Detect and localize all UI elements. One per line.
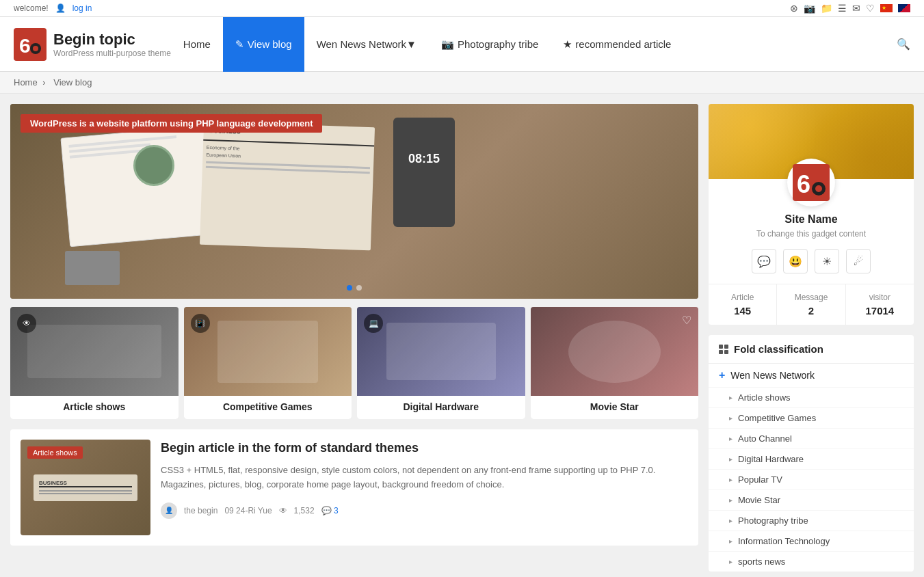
social-icons: 💬 😃 ☀ ☄	[709, 249, 914, 273]
fold-header: Fold classification	[709, 335, 914, 364]
welcome-text: welcome!	[14, 3, 49, 13]
fold-item-label-2: Competitive Games	[738, 413, 816, 423]
thumbnail-grid: 👁 Article shows 📳 Competitive Games 💻 Di…	[10, 307, 698, 419]
hero-label: WordPress is a website platform using PH…	[21, 114, 322, 133]
fold-item-auto-channel[interactable]: ▸ Auto Channel	[709, 428, 914, 448]
fold-item-label-4: Digital Hardware	[738, 454, 804, 464]
qq-icon[interactable]: 😃	[783, 249, 808, 273]
fold-item-label-9: sports news	[738, 556, 785, 567]
fold-arrow-8: ▸	[729, 537, 732, 545]
site-desc: To change this gadget content	[709, 229, 914, 239]
thumb-article-shows[interactable]: 👁 Article shows	[10, 307, 179, 419]
article-title-1[interactable]: Begin article in the form of standard th…	[161, 440, 688, 457]
edit-icon: ✎	[235, 38, 244, 51]
fold-item-movie-star[interactable]: ▸ Movie Star	[709, 489, 914, 510]
user-icon: 👤	[55, 3, 66, 13]
filter-icon[interactable]: ☰	[838, 3, 847, 14]
search-icon[interactable]: 🔍	[897, 38, 910, 51]
fold-item-sports-news[interactable]: ▸ sports news	[709, 551, 914, 572]
fold-item-label-5: Popular TV	[738, 474, 782, 485]
weibo-icon[interactable]: ☀	[815, 249, 839, 273]
thumb-digital-hardware[interactable]: 💻 Digital Hardware	[357, 307, 525, 419]
thumb-movie-star[interactable]: ♡ Movie Star	[531, 307, 699, 419]
login-link[interactable]: log in	[72, 3, 92, 13]
grid-cell-2	[724, 345, 728, 349]
thumb-label-1: Article shows	[10, 396, 179, 419]
stats-row: Article 145 Message 2 visitor 17014	[709, 284, 914, 325]
fold-item-label-8: Information Technology	[738, 536, 830, 546]
rss-icon[interactable]: ☄	[846, 249, 871, 273]
flag-uk-icon[interactable]	[898, 4, 910, 12]
topbar: welcome! 👤 log in ⊛ 📷 📁 ☰ ✉ ♡	[0, 0, 924, 17]
hero-dot-1[interactable]	[347, 285, 352, 291]
article-card-1: BUSINESS Article shows Begin article in …	[10, 429, 698, 546]
site-logo: 6	[793, 164, 830, 201]
article-comments-1[interactable]: 💬 3	[321, 506, 339, 515]
heart-icon[interactable]: ♡	[866, 3, 875, 14]
nav-recommended[interactable]: ★recommended article	[551, 17, 683, 72]
thumb-competitive-games[interactable]: 📳 Competitive Games	[184, 307, 352, 419]
stat-value-visitor: 17014	[849, 305, 910, 317]
breadcrumb-home[interactable]: Home	[14, 77, 38, 88]
grid-cell-4	[724, 350, 728, 354]
fold-item-popular-tv[interactable]: ▸ Popular TV	[709, 469, 914, 489]
folder-icon[interactable]: 📁	[821, 3, 832, 14]
sidebar: 6 Site Name To change this gadget conten…	[709, 104, 914, 577]
nav-home[interactable]: Home	[171, 17, 223, 72]
fold-classification-widget: Fold classification + Wen News Network ▸…	[709, 335, 914, 572]
plus-icon: +	[719, 369, 725, 381]
nav-wen-news[interactable]: Wen News Network ▼	[304, 17, 429, 72]
thumb-image-4	[531, 307, 699, 396]
article-views-1: 1,532	[294, 506, 315, 515]
site-title: Begin topic	[53, 31, 171, 49]
site-subtitle: WordPress multi-purpose theme	[53, 49, 171, 58]
fold-section-label: Wen News Network	[730, 370, 815, 381]
star-icon: ★	[563, 38, 572, 51]
article-thumbnail-1[interactable]: BUSINESS Article shows	[21, 440, 150, 535]
nav-photography[interactable]: 📷Photography tribe	[429, 17, 551, 72]
heart-overlay-4: ♡	[682, 314, 691, 327]
mail-icon[interactable]: ✉	[852, 3, 860, 14]
notebook-decoration	[60, 125, 220, 247]
flag-cn-icon[interactable]	[880, 4, 893, 12]
plant-decoration	[133, 145, 174, 186]
site-card-widget: 6 Site Name To change this gadget conten…	[709, 104, 914, 325]
topbar-right: ⊛ 📷 📁 ☰ ✉ ♡	[790, 3, 910, 14]
grid-cell-1	[719, 345, 723, 349]
nav-view-blog[interactable]: ✎View blog	[223, 17, 304, 72]
fold-item-article-shows[interactable]: ▸ Article shows	[709, 387, 914, 407]
fold-title: Fold classification	[734, 343, 823, 355]
fold-item-competitive-games[interactable]: ▸ Competitive Games	[709, 407, 914, 428]
hero-slider[interactable]: BUSINESS Economy of theEuropean Union 08…	[10, 104, 698, 299]
views-icon-1: 👁	[279, 506, 287, 515]
stat-label-message: Message	[780, 293, 841, 302]
article-date-1: 09 24-Ri Yue	[224, 506, 272, 515]
author-avatar-1: 👤	[161, 502, 177, 519]
svg-point-7	[815, 185, 822, 192]
fold-section-wen-news[interactable]: + Wen News Network	[709, 364, 914, 387]
fold-arrow-4: ▸	[729, 455, 732, 463]
wechat-icon[interactable]: 💬	[752, 249, 776, 273]
stat-article: Article 145	[709, 284, 777, 325]
fold-arrow-3: ▸	[729, 435, 732, 442]
hero-dot-2[interactable]	[356, 285, 362, 291]
main-nav: Home ✎View blog Wen News Network ▼ 📷Phot…	[171, 17, 897, 72]
article-badge-1: Article shows	[27, 446, 83, 459]
logo-icon: 6	[14, 28, 47, 61]
image-icon[interactable]: 📷	[804, 3, 815, 14]
eye-overlay-1: 👁	[17, 314, 36, 333]
fold-item-digital-hardware[interactable]: ▸ Digital Hardware	[709, 448, 914, 469]
breadcrumb-current: View blog	[53, 77, 92, 88]
main-wrapper: BUSINESS Economy of theEuropean Union 08…	[0, 94, 924, 577]
fold-item-label-1: Article shows	[738, 392, 791, 403]
svg-text:6: 6	[19, 34, 31, 57]
author-name-1: the begin	[184, 506, 217, 515]
grid-icon[interactable]: ⊛	[790, 3, 798, 14]
fold-item-information-technology[interactable]: ▸ Information Technology	[709, 531, 914, 551]
logo-text: Begin topic WordPress multi-purpose them…	[53, 31, 171, 58]
fold-item-photography-tribe[interactable]: ▸ Photography tribe	[709, 510, 914, 531]
breadcrumb-separator: ›	[42, 77, 45, 88]
hero-dots	[347, 285, 362, 291]
fold-grid-icon	[719, 345, 728, 354]
newspaper-decoration: BUSINESS Economy of theEuropean Union	[200, 122, 375, 251]
